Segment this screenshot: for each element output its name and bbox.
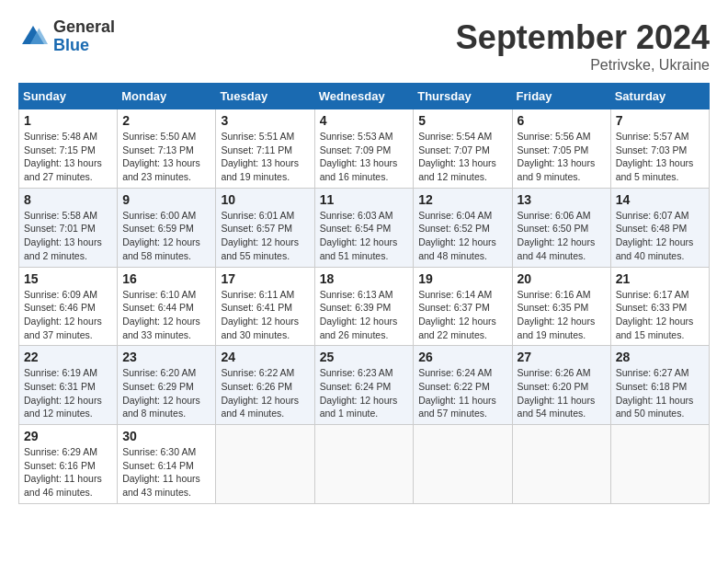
day-detail: Sunrise: 6:22 AMSunset: 6:26 PMDaylight:… [221, 367, 299, 419]
calendar-cell: 24Sunrise: 6:22 AMSunset: 6:26 PMDayligh… [216, 346, 314, 425]
day-detail: Sunrise: 6:03 AMSunset: 6:54 PMDaylight:… [320, 210, 398, 261]
calendar-cell [512, 425, 610, 504]
day-number: 26 [418, 350, 506, 364]
calendar-cell [610, 425, 709, 504]
day-number: 1 [24, 113, 112, 128]
day-number: 5 [418, 113, 506, 128]
day-detail: Sunrise: 6:11 AMSunset: 6:41 PMDaylight:… [221, 289, 299, 340]
weekday-header-wednesday: Wednesday [314, 84, 414, 109]
day-detail: Sunrise: 6:13 AMSunset: 6:39 PMDaylight:… [320, 289, 398, 340]
calendar-cell: 1Sunrise: 5:48 AMSunset: 7:15 PMDaylight… [19, 109, 118, 189]
day-detail: Sunrise: 6:07 AMSunset: 6:48 PMDaylight:… [616, 210, 694, 261]
day-detail: Sunrise: 5:57 AMSunset: 7:03 PMDaylight:… [616, 131, 694, 182]
calendar-cell: 13Sunrise: 6:06 AMSunset: 6:50 PMDayligh… [512, 188, 610, 267]
day-number: 8 [24, 192, 112, 207]
day-detail: Sunrise: 6:10 AMSunset: 6:44 PMDaylight:… [122, 289, 200, 340]
day-detail: Sunrise: 6:19 AMSunset: 6:31 PMDaylight:… [24, 367, 102, 419]
day-number: 12 [418, 192, 506, 207]
logo-icon [18, 22, 48, 52]
calendar-cell: 27Sunrise: 6:26 AMSunset: 6:20 PMDayligh… [512, 346, 610, 425]
day-number: 24 [221, 350, 309, 364]
calendar-cell: 20Sunrise: 6:16 AMSunset: 6:35 PMDayligh… [512, 267, 610, 346]
calendar-cell: 12Sunrise: 6:04 AMSunset: 6:52 PMDayligh… [414, 188, 512, 267]
day-number: 17 [221, 271, 309, 286]
calendar-week-row: 15Sunrise: 6:09 AMSunset: 6:46 PMDayligh… [19, 267, 710, 346]
weekday-header-saturday: Saturday [610, 84, 709, 109]
weekday-header-friday: Friday [512, 84, 610, 109]
day-detail: Sunrise: 6:14 AMSunset: 6:37 PMDaylight:… [418, 289, 496, 340]
day-number: 9 [122, 192, 210, 207]
calendar-cell: 19Sunrise: 6:14 AMSunset: 6:37 PMDayligh… [414, 267, 512, 346]
day-detail: Sunrise: 6:27 AMSunset: 6:18 PMDaylight:… [616, 367, 694, 419]
day-detail: Sunrise: 6:09 AMSunset: 6:46 PMDaylight:… [24, 289, 102, 340]
logo: General Blue [18, 18, 115, 55]
day-detail: Sunrise: 6:24 AMSunset: 6:22 PMDaylight:… [418, 367, 496, 419]
calendar-cell: 30Sunrise: 6:30 AMSunset: 6:14 PMDayligh… [118, 425, 216, 504]
day-number: 3 [221, 113, 309, 128]
calendar-cell: 18Sunrise: 6:13 AMSunset: 6:39 PMDayligh… [314, 267, 414, 346]
calendar-cell [314, 425, 414, 504]
calendar-week-row: 1Sunrise: 5:48 AMSunset: 7:15 PMDaylight… [19, 109, 710, 189]
day-detail: Sunrise: 5:58 AMSunset: 7:01 PMDaylight:… [24, 210, 102, 261]
logo-blue: Blue [53, 37, 115, 55]
weekday-header-sunday: Sunday [19, 84, 118, 109]
day-detail: Sunrise: 6:20 AMSunset: 6:29 PMDaylight:… [122, 367, 200, 419]
day-detail: Sunrise: 6:26 AMSunset: 6:20 PMDaylight:… [518, 367, 596, 419]
day-detail: Sunrise: 5:50 AMSunset: 7:13 PMDaylight:… [122, 131, 200, 182]
calendar-cell: 26Sunrise: 6:24 AMSunset: 6:22 PMDayligh… [414, 346, 512, 425]
day-detail: Sunrise: 6:00 AMSunset: 6:59 PMDaylight:… [122, 210, 200, 261]
location-subtitle: Petrivske, Ukraine [456, 57, 710, 74]
calendar-cell: 6Sunrise: 5:56 AMSunset: 7:05 PMDaylight… [512, 109, 610, 189]
calendar-cell [216, 425, 314, 504]
day-number: 19 [418, 271, 506, 286]
day-number: 27 [518, 350, 606, 364]
calendar-cell: 28Sunrise: 6:27 AMSunset: 6:18 PMDayligh… [610, 346, 709, 425]
logo-general: General [53, 18, 115, 37]
calendar-cell: 29Sunrise: 6:29 AMSunset: 6:16 PMDayligh… [19, 425, 118, 504]
day-detail: Sunrise: 5:54 AMSunset: 7:07 PMDaylight:… [418, 131, 496, 182]
calendar-cell: 23Sunrise: 6:20 AMSunset: 6:29 PMDayligh… [118, 346, 216, 425]
logo-text: General Blue [53, 18, 115, 55]
calendar-cell: 3Sunrise: 5:51 AMSunset: 7:11 PMDaylight… [216, 109, 314, 189]
day-detail: Sunrise: 6:04 AMSunset: 6:52 PMDaylight:… [418, 210, 496, 261]
weekday-header-monday: Monday [118, 84, 216, 109]
month-title: September 2024 [456, 18, 710, 57]
calendar-cell [414, 425, 512, 504]
day-number: 22 [24, 350, 112, 364]
calendar-cell: 16Sunrise: 6:10 AMSunset: 6:44 PMDayligh… [118, 267, 216, 346]
calendar-table: SundayMondayTuesdayWednesdayThursdayFrid… [18, 83, 710, 504]
day-number: 7 [616, 113, 704, 128]
day-detail: Sunrise: 6:23 AMSunset: 6:24 PMDaylight:… [320, 367, 398, 419]
day-number: 30 [122, 429, 210, 443]
calendar-cell: 25Sunrise: 6:23 AMSunset: 6:24 PMDayligh… [314, 346, 414, 425]
calendar-cell: 8Sunrise: 5:58 AMSunset: 7:01 PMDaylight… [19, 188, 118, 267]
calendar-cell: 21Sunrise: 6:17 AMSunset: 6:33 PMDayligh… [610, 267, 709, 346]
day-number: 6 [518, 113, 606, 128]
day-detail: Sunrise: 6:01 AMSunset: 6:57 PMDaylight:… [221, 210, 299, 261]
calendar-cell: 7Sunrise: 5:57 AMSunset: 7:03 PMDaylight… [610, 109, 709, 189]
day-number: 16 [122, 271, 210, 286]
weekday-header-tuesday: Tuesday [216, 84, 314, 109]
day-detail: Sunrise: 6:30 AMSunset: 6:14 PMDaylight:… [122, 446, 200, 498]
day-number: 28 [616, 350, 704, 364]
day-number: 20 [518, 271, 606, 286]
calendar-cell: 2Sunrise: 5:50 AMSunset: 7:13 PMDaylight… [118, 109, 216, 189]
calendar-cell: 5Sunrise: 5:54 AMSunset: 7:07 PMDaylight… [414, 109, 512, 189]
calendar-week-row: 29Sunrise: 6:29 AMSunset: 6:16 PMDayligh… [19, 425, 710, 504]
page-header: General Blue September 2024 Petrivske, U… [18, 18, 710, 74]
day-detail: Sunrise: 6:29 AMSunset: 6:16 PMDaylight:… [24, 446, 102, 498]
calendar-cell: 15Sunrise: 6:09 AMSunset: 6:46 PMDayligh… [19, 267, 118, 346]
title-area: September 2024 Petrivske, Ukraine [456, 18, 710, 74]
day-number: 4 [320, 113, 409, 128]
day-number: 11 [320, 192, 409, 207]
day-number: 25 [320, 350, 409, 364]
weekday-header-row: SundayMondayTuesdayWednesdayThursdayFrid… [19, 84, 710, 109]
day-number: 2 [122, 113, 210, 128]
day-detail: Sunrise: 6:17 AMSunset: 6:33 PMDaylight:… [616, 289, 694, 340]
calendar-cell: 17Sunrise: 6:11 AMSunset: 6:41 PMDayligh… [216, 267, 314, 346]
day-detail: Sunrise: 5:51 AMSunset: 7:11 PMDaylight:… [221, 131, 299, 182]
day-detail: Sunrise: 5:53 AMSunset: 7:09 PMDaylight:… [320, 131, 398, 182]
calendar-week-row: 8Sunrise: 5:58 AMSunset: 7:01 PMDaylight… [19, 188, 710, 267]
day-number: 18 [320, 271, 409, 286]
weekday-header-thursday: Thursday [414, 84, 512, 109]
